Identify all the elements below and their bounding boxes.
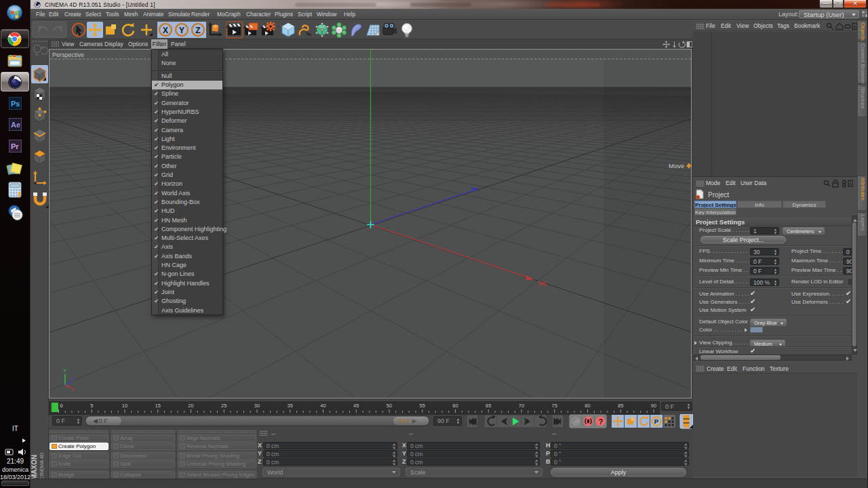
svg-text:35: 35	[288, 403, 293, 409]
svg-text:0: 0	[60, 403, 63, 409]
svg-text:Y: Y	[63, 367, 67, 373]
svg-text:X: X	[71, 386, 75, 392]
svg-text:85: 85	[618, 403, 623, 409]
svg-text:90: 90	[651, 403, 656, 409]
svg-text:25: 25	[221, 403, 226, 409]
svg-text:?: ?	[599, 418, 604, 426]
svg-text:40: 40	[320, 403, 326, 409]
svg-text:5: 5	[90, 403, 93, 409]
svg-text:15: 15	[155, 403, 161, 409]
svg-text:80: 80	[585, 403, 590, 409]
svg-text:Pr: Pr	[11, 142, 19, 150]
svg-text:45: 45	[353, 403, 359, 409]
svg-text:CINEMA 4D: CINEMA 4D	[39, 452, 45, 480]
svg-text:65: 65	[486, 403, 491, 409]
svg-text:30: 30	[254, 403, 260, 409]
svg-text:10: 10	[122, 403, 127, 409]
svg-text:20: 20	[188, 403, 193, 409]
svg-text:50: 50	[387, 403, 392, 409]
svg-text:70: 70	[519, 403, 524, 409]
svg-text:60: 60	[452, 403, 458, 409]
svg-text:MAXON: MAXON	[31, 455, 38, 480]
svg-text:Ps: Ps	[11, 100, 20, 108]
svg-text:55: 55	[420, 403, 425, 409]
svg-text:Ae: Ae	[11, 121, 20, 129]
svg-text:Z: Z	[71, 376, 75, 382]
svg-text:75: 75	[552, 403, 557, 409]
svg-text:P: P	[654, 418, 659, 425]
